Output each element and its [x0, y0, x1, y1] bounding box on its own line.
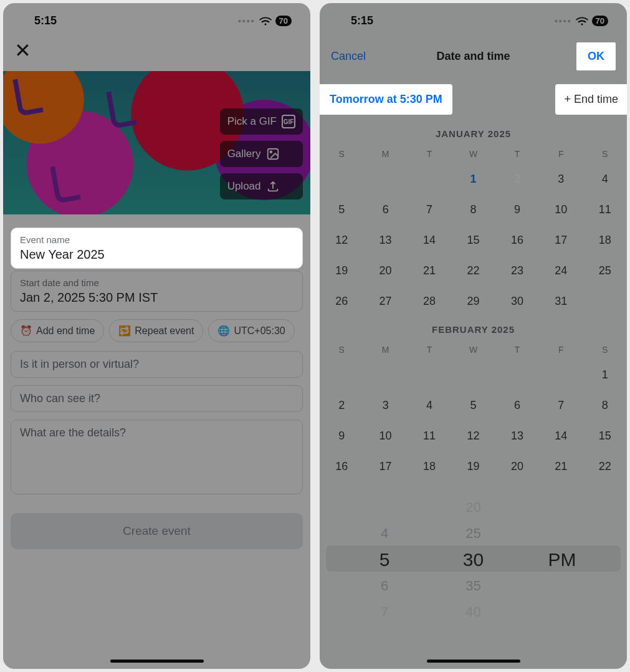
- date-cell[interactable]: 5: [451, 390, 495, 421]
- date-cell[interactable]: 24: [539, 256, 583, 286]
- date-row: 19202122232425: [320, 256, 627, 286]
- date-cell[interactable]: 25: [583, 256, 627, 286]
- close-icon[interactable]: ✕: [14, 39, 31, 62]
- pick-gif-label: Pick a GIF: [227, 115, 277, 128]
- cancel-button[interactable]: Cancel: [331, 50, 366, 63]
- location-placeholder: Is it in person or virtual?: [20, 358, 294, 371]
- upload-button[interactable]: Upload: [220, 173, 303, 199]
- minute-column[interactable]: 2025303540: [430, 494, 516, 619]
- event-name-label: Event name: [20, 234, 294, 245]
- weekday-label: T: [495, 144, 539, 164]
- date-row: ......1: [320, 360, 627, 390]
- date-cell[interactable]: 7: [539, 390, 583, 421]
- date-cell[interactable]: 16: [495, 225, 539, 256]
- create-event-button[interactable]: Create event: [11, 513, 303, 549]
- date-cell[interactable]: 28: [408, 286, 451, 317]
- date-cell[interactable]: 20: [363, 256, 407, 286]
- date-cell[interactable]: 3: [363, 390, 407, 421]
- gallery-button[interactable]: Gallery: [220, 141, 303, 167]
- alarm-icon: ⏰: [20, 325, 32, 337]
- wifi-icon: [576, 17, 588, 26]
- picker-value: 20: [430, 494, 516, 521]
- location-field[interactable]: Is it in person or virtual?: [11, 351, 303, 378]
- date-cell[interactable]: 21: [539, 451, 583, 482]
- details-field[interactable]: What are the details?: [11, 420, 303, 494]
- start-time-pill[interactable]: Tomorrow at 5:30 PM: [320, 84, 452, 115]
- ampm-column[interactable]: PM: [519, 494, 605, 619]
- event-name-field-highlight: Event name New Year 2025: [11, 228, 303, 276]
- date-cell[interactable]: 15: [451, 225, 495, 256]
- date-cell[interactable]: 21: [408, 256, 451, 286]
- date-cell[interactable]: 19: [320, 256, 363, 286]
- picker-value: [519, 494, 605, 521]
- date-cell[interactable]: 15: [583, 421, 627, 451]
- date-cell[interactable]: 12: [320, 225, 363, 256]
- pick-gif-button[interactable]: Pick a GIF GIF: [220, 108, 303, 135]
- date-cell[interactable]: 20: [495, 451, 539, 482]
- ok-button[interactable]: OK: [576, 42, 616, 70]
- date-cell[interactable]: 10: [539, 194, 583, 225]
- date-cell[interactable]: 22: [583, 451, 627, 482]
- date-cell[interactable]: 26: [320, 286, 363, 317]
- date-cell[interactable]: 16: [320, 451, 363, 482]
- hour-column[interactable]: 4567: [341, 494, 427, 619]
- privacy-placeholder: Who can see it?: [20, 392, 294, 405]
- repeat-event-chip[interactable]: 🔁 Repeat event: [109, 319, 203, 342]
- date-cell[interactable]: 12: [451, 421, 495, 451]
- date-cell[interactable]: 23: [495, 256, 539, 286]
- date-cell[interactable]: 29: [451, 286, 495, 317]
- home-indicator[interactable]: [110, 660, 204, 663]
- repeat-icon: 🔁: [118, 325, 131, 337]
- date-cell[interactable]: 4: [408, 390, 451, 421]
- timezone-chip[interactable]: 🌐 UTC+05:30: [208, 319, 294, 342]
- option-chip-row: ⏰ Add end time 🔁 Repeat event 🌐 UTC+05:3…: [11, 319, 303, 342]
- date-cell[interactable]: 17: [539, 225, 583, 256]
- date-cell[interactable]: 2: [495, 164, 539, 194]
- date-cell[interactable]: 11: [583, 194, 627, 225]
- date-cell[interactable]: 13: [363, 225, 407, 256]
- add-end-time-chip[interactable]: ⏰ Add end time: [11, 319, 104, 342]
- start-datetime-field[interactable]: Start date and time Jan 2, 2025 5:30 PM …: [11, 271, 303, 312]
- date-cell[interactable]: 8: [451, 194, 495, 225]
- start-datetime-value: Jan 2, 2025 5:30 PM IST: [20, 290, 294, 305]
- date-cell[interactable]: 14: [539, 421, 583, 451]
- date-cell[interactable]: 7: [408, 194, 451, 225]
- date-cell[interactable]: 19: [451, 451, 495, 482]
- add-end-time-pill[interactable]: + End time: [555, 84, 627, 115]
- date-cell[interactable]: 13: [495, 421, 539, 451]
- date-cell[interactable]: 4: [583, 164, 627, 194]
- event-name-field[interactable]: Event name New Year 2025: [11, 228, 303, 269]
- date-cell[interactable]: 8: [583, 390, 627, 421]
- date-time-picker-screen: 5:15 •••• 70 Cancel Date and time OK Tom…: [320, 3, 627, 669]
- picker-value: 30: [430, 547, 516, 573]
- date-cell[interactable]: 18: [583, 225, 627, 256]
- timezone-label: UTC+05:30: [234, 325, 285, 337]
- date-cell[interactable]: 5: [320, 194, 363, 225]
- month-title: JANUARY 2025: [320, 128, 627, 139]
- date-cell[interactable]: 1: [583, 360, 627, 390]
- date-cell[interactable]: 3: [539, 164, 583, 194]
- date-cell[interactable]: 6: [363, 194, 407, 225]
- date-cell[interactable]: 2: [320, 390, 363, 421]
- date-cell[interactable]: 17: [363, 451, 407, 482]
- date-cell[interactable]: 9: [320, 421, 363, 451]
- add-end-time-label: Add end time: [36, 325, 95, 337]
- date-row: 12131415161718: [320, 225, 627, 256]
- date-cell[interactable]: 1: [451, 164, 495, 194]
- date-cell[interactable]: 9: [495, 194, 539, 225]
- time-wheel-picker[interactable]: 4567 2025303540 PM: [320, 494, 627, 619]
- date-cell[interactable]: 11: [408, 421, 451, 451]
- date-cell[interactable]: 30: [495, 286, 539, 317]
- picker-value: 4: [341, 521, 427, 547]
- date-cell[interactable]: 14: [408, 225, 451, 256]
- date-cell[interactable]: 6: [495, 390, 539, 421]
- date-cell[interactable]: 22: [451, 256, 495, 286]
- date-cell[interactable]: 27: [363, 286, 407, 317]
- home-indicator[interactable]: [427, 660, 520, 663]
- date-cell[interactable]: 31: [539, 286, 583, 317]
- date-cell[interactable]: 10: [363, 421, 407, 451]
- globe-icon: 🌐: [217, 325, 230, 337]
- weekday-label: F: [539, 144, 583, 164]
- privacy-field[interactable]: Who can see it?: [11, 385, 303, 412]
- date-cell[interactable]: 18: [408, 451, 451, 482]
